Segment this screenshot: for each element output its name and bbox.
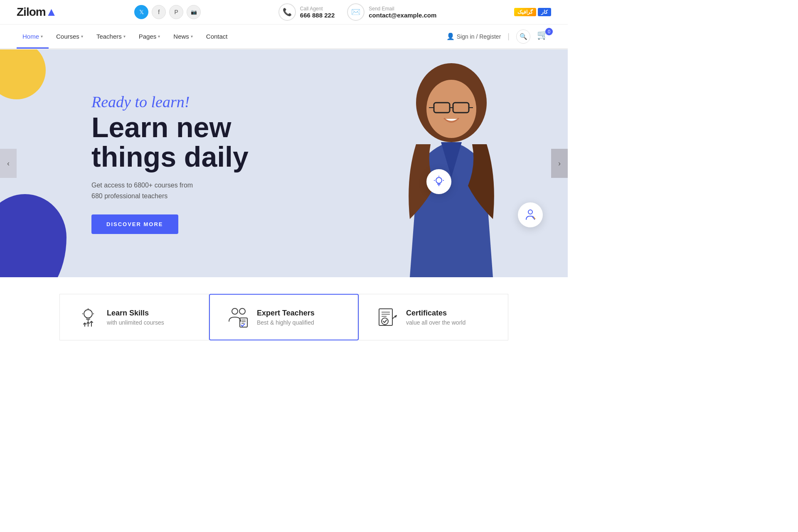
feature-card-learn-skills: Learn Skills with unlimited courses: [59, 294, 209, 340]
cart-button[interactable]: 🛒 0: [537, 30, 551, 44]
nav-label-pages: Pages: [139, 33, 157, 40]
nav-arrow-teachers: ▾: [123, 34, 126, 39]
nav-label-home: Home: [22, 33, 39, 40]
phone-icon: 📞: [278, 3, 296, 21]
call-details: Call Agent 666 888 222: [300, 6, 335, 19]
email-item: ✉️ Send Email contact@example.com: [347, 3, 436, 21]
floating-person-icon: [518, 202, 543, 227]
nav-label-teachers: Teachers: [96, 33, 122, 40]
hero-title: Learn new things daily: [91, 113, 249, 172]
email-details: Send Email contact@example.com: [369, 6, 436, 19]
hero-image: [368, 61, 534, 277]
hero-section: ‹ Ready to learn! Learn new things daily…: [0, 49, 568, 277]
nav-item-pages[interactable]: Pages ▾: [133, 25, 166, 49]
logo-accent: ▲: [46, 5, 57, 18]
certificates-text: Certificates value all over the world: [406, 309, 466, 326]
svg-point-14: [84, 310, 92, 318]
svg-point-18: [232, 308, 238, 314]
learn-skills-icon: [76, 306, 99, 328]
hero-woman-svg: [368, 61, 534, 277]
floating-lightbulb-icon: [426, 169, 451, 194]
svg-point-11: [528, 210, 532, 214]
learn-skills-title: Learn Skills: [107, 309, 164, 318]
slider-next-button[interactable]: ›: [551, 149, 568, 178]
nav-divider: |: [507, 32, 510, 41]
search-button[interactable]: 🔍: [516, 30, 530, 44]
learn-skills-text: Learn Skills with unlimited courses: [107, 309, 164, 326]
user-icon: 👤: [446, 32, 455, 40]
feature-card-expert-teachers: Expert Teachers Best & highly qualified: [209, 294, 359, 340]
certificates-title: Certificates: [406, 309, 466, 318]
hero-title-line2: things daily: [91, 141, 249, 172]
nav-arrow-pages: ▾: [158, 34, 160, 39]
certificates-icon: [376, 306, 399, 328]
expert-teachers-text: Expert Teachers Best & highly qualified: [257, 309, 315, 326]
nav-item-news[interactable]: News ▾: [167, 25, 199, 49]
top-bar: Zilom▲ 𝕏 f P 📷 📞 Call Agent 666 888 222 …: [0, 0, 568, 25]
hero-content: Ready to learn! Learn new things daily G…: [0, 93, 265, 234]
facebook-icon[interactable]: f: [152, 5, 166, 19]
send-email-label: Send Email: [369, 6, 436, 12]
navbar: Home ▾ Courses ▾ Teachers ▾ Pages ▾ News…: [0, 25, 568, 49]
nav-links: Home ▾ Courses ▾ Teachers ▾ Pages ▾ News…: [17, 25, 234, 47]
cart-count: 0: [545, 28, 553, 35]
hero-subtitle: Ready to learn!: [91, 93, 249, 111]
instagram-icon[interactable]: 📷: [187, 5, 201, 19]
nav-item-home[interactable]: Home ▾: [17, 25, 49, 49]
expert-teachers-title: Expert Teachers: [257, 309, 315, 318]
brand-logo-right: گرافیک کار: [514, 8, 551, 16]
pinterest-icon[interactable]: P: [169, 5, 183, 19]
nav-arrow-home: ▾: [41, 34, 43, 39]
certificates-subtitle: value all over the world: [406, 319, 466, 326]
search-icon: 🔍: [520, 33, 527, 40]
discover-more-button[interactable]: DISCOVER MORE: [91, 214, 178, 234]
sign-in-button[interactable]: 👤 Sign in / Register: [446, 32, 501, 40]
slider-prev-button[interactable]: ‹: [0, 149, 17, 178]
nav-item-contact[interactable]: Contact: [200, 25, 234, 49]
svg-point-7: [436, 177, 442, 183]
brand-badge-right2: کار: [538, 8, 551, 16]
feature-cards-section: Learn Skills with unlimited courses Expe…: [0, 277, 568, 357]
nav-label-contact: Contact: [206, 33, 228, 40]
call-label: Call Agent: [300, 6, 335, 12]
logo[interactable]: Zilom▲: [17, 5, 57, 19]
hero-title-line1: Learn new: [91, 111, 231, 143]
nav-arrow-courses: ▾: [81, 34, 83, 39]
nav-label-news: News: [173, 33, 189, 40]
call-agent-item: 📞 Call Agent 666 888 222: [278, 3, 335, 21]
twitter-icon[interactable]: 𝕏: [134, 5, 148, 19]
email-icon: ✉️: [347, 3, 365, 21]
hero-description: Get access to 6800+ courses from680 prof…: [91, 180, 249, 201]
call-number: 666 888 222: [300, 12, 335, 19]
nav-item-teachers[interactable]: Teachers ▾: [91, 25, 131, 49]
expert-teachers-subtitle: Best & highly qualified: [257, 319, 315, 326]
svg-rect-20: [240, 318, 247, 327]
shape-yellow: [0, 49, 46, 99]
email-value: contact@example.com: [369, 12, 436, 19]
feature-card-certificates: Certificates value all over the world: [359, 294, 508, 340]
svg-rect-24: [379, 309, 392, 325]
expert-teachers-icon: [227, 306, 249, 328]
learn-skills-subtitle: with unlimited courses: [107, 319, 164, 326]
nav-label-courses: Courses: [56, 33, 79, 40]
social-icons-group: 𝕏 f P 📷: [134, 5, 201, 19]
nav-right: 👤 Sign in / Register | 🔍 🛒 0: [446, 30, 551, 44]
contact-info: 📞 Call Agent 666 888 222 ✉️ Send Email c…: [278, 3, 436, 21]
nav-arrow-news: ▾: [191, 34, 193, 39]
brand-badge-right: گرافیک: [514, 8, 536, 16]
svg-point-19: [239, 308, 245, 314]
sign-in-label: Sign in / Register: [457, 33, 501, 40]
svg-point-28: [382, 318, 388, 325]
nav-item-courses[interactable]: Courses ▾: [50, 25, 89, 49]
